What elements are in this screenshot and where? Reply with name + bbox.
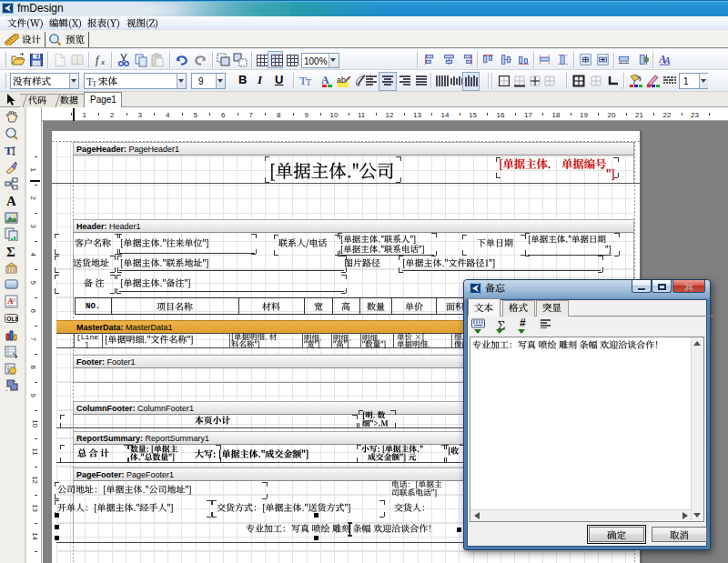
- svg-text:ab: ab: [337, 75, 346, 85]
- svg-text:Σ: Σ: [6, 245, 15, 258]
- svg-text:OLE: OLE: [6, 316, 18, 322]
- svg-text:A: A: [321, 74, 329, 86]
- svg-text:A: A: [663, 55, 671, 65]
- svg-text:f: f: [96, 54, 100, 66]
- svg-text:x: x: [100, 57, 105, 66]
- svg-text:A: A: [6, 194, 16, 207]
- svg-text:T: T: [92, 79, 97, 86]
- svg-text:T: T: [306, 77, 311, 87]
- svg-text:T: T: [5, 144, 13, 157]
